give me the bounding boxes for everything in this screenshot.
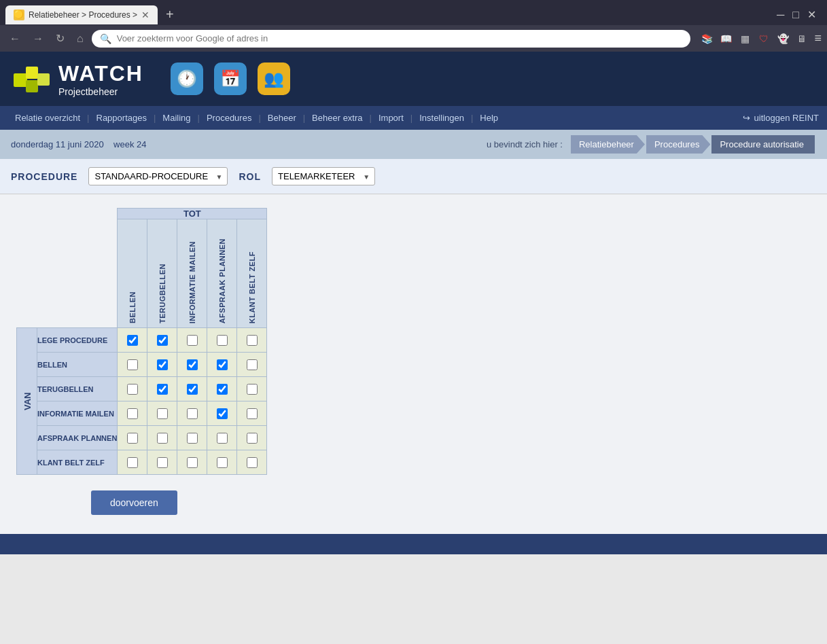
calendar-app-icon[interactable]: 📅 [214, 62, 247, 95]
nav-procedures[interactable]: Procedures [200, 106, 258, 130]
checkbox-3-2[interactable] [187, 408, 198, 419]
minimize-button[interactable]: ─ [777, 9, 784, 21]
checkbox-2-1[interactable] [157, 384, 168, 395]
cell-5-0[interactable] [118, 450, 147, 475]
active-tab[interactable]: 🟡 Relatiebeheer > Procedures > ✕ [5, 5, 158, 24]
cell-2-3[interactable] [207, 377, 237, 401]
col-header-afspraak-plannen-label: AFSPRAAK PLANNEN [215, 236, 229, 326]
cell-5-2[interactable] [177, 450, 207, 475]
checkbox-1-1[interactable] [157, 359, 168, 370]
breadcrumb-relatiebeheer[interactable]: Relatiebeheer [571, 135, 645, 154]
reload-button[interactable]: ↻ [52, 29, 69, 48]
logout-area[interactable]: ↪ uitloggen REINT [743, 113, 819, 123]
menu-icon[interactable]: ≡ [814, 31, 822, 46]
clock-app-icon[interactable]: 🕐 [171, 62, 203, 95]
checkbox-3-1[interactable] [157, 408, 168, 419]
checkbox-2-2[interactable] [187, 384, 198, 395]
col-empty-2 [37, 219, 118, 328]
checkbox-1-0[interactable] [127, 359, 138, 370]
checkbox-3-0[interactable] [127, 408, 138, 419]
cell-5-1[interactable] [147, 450, 177, 475]
nav-rapportages[interactable]: Rapportages [90, 106, 154, 130]
checkbox-0-2[interactable] [187, 335, 198, 346]
cell-3-2[interactable] [177, 401, 207, 426]
cell-4-0[interactable] [118, 426, 147, 450]
cell-1-3[interactable] [207, 353, 237, 377]
nav-mailing[interactable]: Mailing [156, 106, 197, 130]
nav-beheer[interactable]: Beheer [261, 106, 303, 130]
checkbox-4-2[interactable] [187, 433, 198, 444]
checkbox-1-2[interactable] [187, 359, 198, 370]
checkbox-5-2[interactable] [187, 457, 198, 468]
checkbox-4-1[interactable] [157, 433, 168, 444]
cell-1-0[interactable] [118, 353, 147, 377]
checkbox-5-3[interactable] [217, 457, 228, 468]
rol-select[interactable]: TELEMARKETEER [272, 167, 375, 185]
cell-0-2[interactable] [177, 328, 207, 353]
checkbox-4-4[interactable] [247, 433, 258, 444]
checkbox-2-3[interactable] [217, 384, 228, 395]
checkbox-0-0[interactable] [127, 335, 138, 346]
checkbox-1-3[interactable] [217, 359, 228, 370]
cell-0-3[interactable] [207, 328, 237, 353]
checkbox-0-3[interactable] [217, 335, 228, 346]
cell-4-3[interactable] [207, 426, 237, 450]
checkbox-5-1[interactable] [157, 457, 168, 468]
checkbox-0-1[interactable] [157, 335, 168, 346]
cell-4-2[interactable] [177, 426, 207, 450]
close-button[interactable]: ✕ [807, 8, 816, 21]
cell-4-1[interactable] [147, 426, 177, 450]
forward-button[interactable]: → [29, 30, 48, 48]
checkbox-4-0[interactable] [127, 433, 138, 444]
checkbox-1-4[interactable] [247, 359, 258, 370]
ghost-icon[interactable]: 👻 [776, 32, 790, 46]
checkbox-2-0[interactable] [127, 384, 138, 395]
back-button[interactable]: ← [5, 30, 24, 48]
cell-2-0[interactable] [118, 377, 147, 401]
cell-5-4[interactable] [237, 450, 267, 475]
breadcrumb-procedures[interactable]: Procedures [646, 135, 710, 154]
checkbox-4-3[interactable] [217, 433, 228, 444]
cell-2-1[interactable] [147, 377, 177, 401]
checkbox-0-4[interactable] [247, 335, 258, 346]
library-icon[interactable]: 📚 [700, 32, 714, 46]
checkbox-5-4[interactable] [247, 457, 258, 468]
cell-4-4[interactable] [237, 426, 267, 450]
matrix-table: TOT BELLEN TERUGBELLEN INFORMATIE MAILEN… [16, 208, 267, 475]
checkbox-2-4[interactable] [247, 384, 258, 395]
cell-2-4[interactable] [237, 377, 267, 401]
tab-close-button[interactable]: ✕ [141, 10, 149, 20]
nav-import[interactable]: Import [372, 106, 410, 130]
new-tab-button[interactable]: + [160, 4, 179, 25]
doorvoeren-button[interactable]: doorvoeren [91, 490, 177, 515]
cell-0-4[interactable] [237, 328, 267, 353]
cell-3-0[interactable] [118, 401, 147, 426]
checkbox-5-0[interactable] [127, 457, 138, 468]
maximize-button[interactable]: □ [792, 9, 799, 21]
nav-instellingen[interactable]: Instellingen [412, 106, 471, 130]
cell-0-0[interactable] [118, 328, 147, 353]
home-button[interactable]: ⌂ [73, 30, 88, 48]
reader-icon[interactable]: 📖 [719, 32, 733, 46]
shield-icon[interactable]: 🛡 [757, 32, 771, 46]
cell-2-2[interactable] [177, 377, 207, 401]
nav-relatie-overzicht[interactable]: Relatie overzicht [8, 106, 87, 130]
cell-3-1[interactable] [147, 401, 177, 426]
checkbox-3-3[interactable] [217, 408, 228, 419]
browser-icons: 📚 📖 ▦ 🛡 👻 🖥 ≡ [700, 31, 822, 46]
procedure-select[interactable]: STANDAARD-PROCEDURE [88, 167, 228, 185]
nav-beheer-extra[interactable]: Beheer extra [305, 106, 369, 130]
cell-3-4[interactable] [237, 401, 267, 426]
cell-1-1[interactable] [147, 353, 177, 377]
cell-0-1[interactable] [147, 328, 177, 353]
address-input[interactable] [117, 33, 683, 43]
users-app-icon[interactable]: 👥 [258, 62, 290, 95]
cell-1-2[interactable] [177, 353, 207, 377]
cell-3-3[interactable] [207, 401, 237, 426]
qr-icon[interactable]: ▦ [738, 32, 752, 46]
nav-help[interactable]: Help [473, 106, 505, 130]
monitor-icon[interactable]: 🖥 [795, 32, 809, 46]
cell-1-4[interactable] [237, 353, 267, 377]
checkbox-3-4[interactable] [247, 408, 258, 419]
cell-5-3[interactable] [207, 450, 237, 475]
